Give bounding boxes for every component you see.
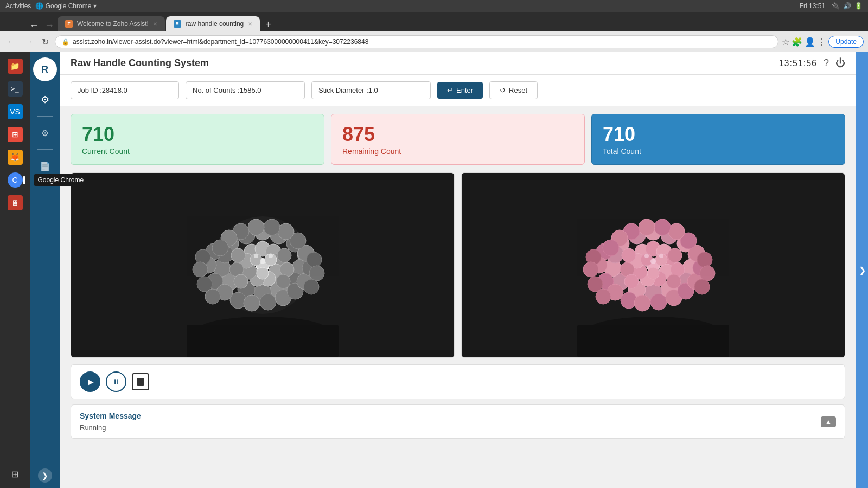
taskbar-firefox-icon[interactable]: 🦊 — [5, 147, 25, 167]
controls-row: ↵ Enter ↺ Reset — [60, 75, 856, 106]
svg-point-35 — [260, 294, 276, 310]
svg-point-114 — [583, 262, 598, 277]
power-icon-btn[interactable]: ⏻ — [835, 57, 845, 69]
svg-point-123 — [622, 248, 636, 262]
app-header-right: 13:51:56 ? ⏻ — [779, 57, 845, 69]
svg-point-120 — [650, 259, 656, 264]
refresh-nav-btn[interactable]: ↻ — [39, 36, 52, 48]
svg-point-112 — [603, 240, 619, 256]
bookmark-icon[interactable]: ☆ — [782, 37, 789, 47]
taskbar-screen-icon[interactable]: 🖥 — [5, 193, 25, 213]
app-header: Raw Handle Counting System 13:51:56 ? ⏻ — [60, 52, 856, 75]
reset-button[interactable]: ↺ Reset — [489, 81, 538, 99]
os-activities[interactable]: Activities 🌐 Google Chrome ▾ — [5, 2, 97, 10]
taskbar-vscode-icon[interactable]: VS — [5, 102, 25, 121]
extensions-icon[interactable]: 🧩 — [792, 37, 802, 47]
nav-bar: ← → ↻ 🔒 assist.zoho.in/viewer-assist.do?… — [0, 31, 868, 52]
play-icon: ▶ — [88, 377, 94, 386]
svg-point-118 — [700, 266, 715, 281]
current-count-card: 710 Current Count — [71, 114, 324, 165]
svg-point-100 — [650, 294, 667, 310]
chrome-label: 🌐 Google Chrome ▾ — [35, 2, 96, 10]
battery-icon: 🔋 — [854, 2, 863, 10]
tab-raw-handle[interactable]: R raw handle counting ✕ — [166, 16, 260, 31]
url-bar[interactable]: 🔒 assist.zoho.in/viewer-assist.do?viewer… — [55, 35, 778, 48]
back-nav-btn[interactable]: ← — [4, 36, 18, 48]
back-btn[interactable]: ← — [27, 20, 41, 31]
sidebar-item-share[interactable]: ⚙ — [35, 123, 55, 143]
stick-diameter-input[interactable] — [311, 81, 431, 99]
taskbar-terminal-icon[interactable]: >_ — [5, 79, 25, 99]
system-message-title: System Message — [80, 412, 141, 420]
app-title: Raw Handle Counting System — [71, 57, 209, 69]
add-tab-button[interactable]: + — [261, 18, 276, 31]
svg-rect-65 — [187, 325, 339, 357]
taskbar-grid-icon[interactable]: ⊞ — [11, 469, 18, 484]
svg-point-128 — [667, 274, 681, 288]
taskbar-left: 📁 >_ VS ⊞ 🦊 C Google Chro — [0, 52, 30, 488]
help-icon-btn[interactable]: ? — [824, 57, 829, 69]
job-id-input[interactable] — [71, 81, 179, 99]
right-image-panel — [461, 172, 845, 358]
remaining-count-card: 875 Remaining Count — [331, 114, 585, 165]
svg-point-63 — [276, 274, 290, 288]
os-bar: Activities 🌐 Google Chrome ▾ Fri 13:51 🔌… — [0, 0, 868, 12]
pink-image — [462, 173, 845, 357]
tab-close-zoho[interactable]: ✕ — [153, 21, 157, 27]
enter-label: Enter — [456, 86, 473, 94]
nav-right-controls: ☆ 🧩 👤 ⋮ Update — [782, 36, 864, 48]
network-icon: 🔌 — [832, 2, 840, 10]
url-text: assist.zoho.in/viewer-assist.do?viewer=h… — [73, 38, 368, 46]
svg-point-53 — [309, 266, 324, 281]
tab-label-zoho: Welcome to Zoho Assist! — [77, 20, 149, 28]
media-controls-bar: ▶ ⏸ — [71, 364, 845, 399]
svg-point-42 — [278, 223, 294, 240]
tab-zoho-assist[interactable]: Z Welcome to Zoho Assist! ✕ — [58, 16, 165, 31]
menu-icon[interactable]: ⋮ — [818, 37, 826, 47]
taskbar-apps-icon[interactable]: ⊞ — [5, 125, 25, 144]
svg-point-122 — [644, 254, 649, 258]
sidebar-item-sliders[interactable]: ⚙ — [35, 90, 55, 110]
current-count-label: Current Count — [82, 147, 313, 156]
sidebar: R ⚙ ⚙ 📄 ❯ — [30, 52, 60, 488]
sidebar-collapse-btn[interactable]: ❯ — [38, 468, 52, 483]
no-counts-input[interactable] — [186, 81, 305, 99]
stop-button[interactable] — [132, 373, 149, 390]
svg-point-117 — [697, 252, 712, 267]
tab-favicon-raw: R — [174, 20, 181, 28]
svg-point-51 — [205, 289, 220, 304]
play-button[interactable]: ▶ — [80, 371, 100, 392]
profile-icon[interactable]: 👤 — [805, 37, 815, 47]
count-cards: 710 Current Count 875 Remaining Count 71… — [60, 106, 856, 172]
enter-button[interactable]: ↵ Enter — [437, 82, 483, 99]
svg-point-119 — [694, 279, 710, 294]
svg-point-126 — [668, 248, 682, 262]
svg-point-99 — [634, 295, 650, 311]
update-button[interactable]: Update — [828, 36, 864, 48]
taskbar-files-icon[interactable]: 📁 — [5, 56, 25, 76]
tab-bar: ← → Z Welcome to Zoho Assist! ✕ R raw ha… — [0, 12, 868, 31]
svg-point-57 — [254, 254, 258, 258]
current-count-number: 710 — [82, 123, 313, 146]
total-count-number: 710 — [603, 123, 834, 146]
svg-point-125 — [624, 274, 639, 288]
pause-icon: ⏸ — [112, 377, 120, 386]
forward-nav-btn[interactable]: → — [22, 36, 36, 48]
svg-point-52 — [307, 252, 322, 267]
sidebar-item-doc[interactable]: 📄 — [35, 156, 55, 176]
pause-button[interactable]: ⏸ — [106, 371, 126, 392]
scroll-up-button[interactable]: ▲ — [821, 416, 836, 427]
share-icon: ⚙ — [41, 128, 49, 138]
reset-icon: ↺ — [500, 86, 506, 94]
tab-close-raw[interactable]: ✕ — [248, 21, 252, 27]
activities-label: Activities — [5, 2, 31, 10]
sidebar-divider-2 — [37, 149, 53, 150]
sidebar-logo: R — [33, 57, 57, 81]
os-datetime: Fri 13:51 — [800, 2, 825, 10]
grayscale-sticks-svg: // Generated circles for grayscale stick… — [71, 173, 454, 357]
image-section: // Generated circles for grayscale stick… — [60, 172, 856, 364]
tab-label-raw: raw handle counting — [186, 20, 244, 28]
svg-point-108 — [654, 219, 671, 235]
taskbar-chrome-icon[interactable]: C Google Chrome — [5, 170, 25, 190]
right-collapse-btn[interactable]: ❯ — [856, 52, 868, 488]
